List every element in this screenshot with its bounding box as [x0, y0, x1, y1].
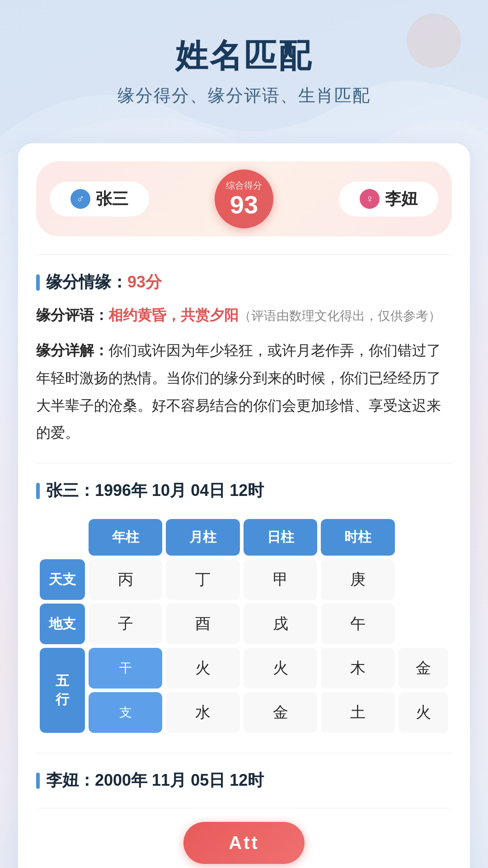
detail-text: 缘分详解：你们或许因为年少轻狂，或许月老作弄，你们错过了年轻时激扬的热情。当你们… — [36, 337, 452, 447]
person2-tag: ♀ 李妞 — [339, 182, 438, 217]
person2-name: 李妞 — [385, 188, 418, 210]
yuanfen-section: 缘分情缘：93分 缘分评语：相约黄昏，共赏夕阳（评语由数理文化得出，仅供参考） … — [36, 255, 452, 447]
dizhi-label: 地支 — [40, 604, 85, 644]
score-header: ♂ 张三 综合得分 93 ♀ 李妞 — [36, 161, 452, 236]
section-bar — [36, 274, 40, 291]
comment-row: 缘分评语：相约黄昏，共赏夕阳（评语由数理文化得出，仅供参考） — [36, 302, 452, 329]
score-label: 综合得分 — [226, 180, 262, 191]
dizhi-yue: 酉 — [166, 604, 239, 644]
bottom-section: Att — [36, 808, 452, 868]
score-circle: 综合得分 93 — [215, 170, 273, 228]
col-yuezhu: 月柱 — [166, 519, 239, 556]
dizhi-shi: 午 — [321, 604, 394, 644]
bazi-table: 年柱 月柱 日柱 时柱 天支 丙 丁 甲 庚 地支 子 酉 — [36, 515, 452, 736]
person1-name: 张三 — [96, 188, 128, 210]
person2-date-label: 李妞：2000年 11月 05日 12时 — [46, 769, 264, 792]
wuxing-inner-zhi: 支 — [89, 692, 162, 733]
yuanfen-title: 缘分情缘：93分 — [46, 271, 162, 293]
person2-section: 李妞：2000年 11月 05日 12时 — [36, 753, 452, 792]
wuxing-gan-nian: 火 — [166, 648, 239, 689]
wuxing-zhi-row: 支 水 金 土 火 — [40, 692, 448, 733]
col-nianzhu: 年柱 — [89, 519, 162, 556]
wuxing-gan-shi: 金 — [399, 648, 448, 689]
person1-tag: ♂ 张三 — [50, 182, 149, 217]
wuxing-zhi-yue: 金 — [244, 692, 317, 733]
person1-date-title: 张三：1996年 10月 04日 12时 — [36, 480, 452, 502]
wuxing-gan-yue: 火 — [244, 648, 317, 689]
section-bar-3 — [36, 773, 40, 789]
wuxing-gan-ri: 木 — [321, 648, 394, 689]
score-number: 93 — [230, 191, 258, 219]
dizhi-row: 地支 子 酉 戌 午 — [40, 604, 448, 644]
att-button[interactable]: Att — [183, 822, 305, 864]
tiangan-shi: 庚 — [321, 559, 394, 600]
col-shizhu: 时柱 — [321, 519, 394, 556]
wuxing-zhi-ri: 土 — [321, 692, 394, 733]
tiangan-label: 天支 — [40, 559, 85, 600]
tiangan-ri: 甲 — [244, 559, 317, 600]
wuxing-zhi-nian: 水 — [166, 692, 239, 733]
wuxing-zhi-shi: 火 — [399, 692, 448, 733]
tiangan-row: 天支 丙 丁 甲 庚 — [40, 559, 448, 600]
tiangan-yue: 丁 — [166, 559, 239, 600]
page-subtitle: 缘分得分、缘分评语、生肖匹配 — [0, 84, 488, 107]
yuanfen-title-row: 缘分情缘：93分 — [36, 271, 452, 293]
dizhi-ri: 戌 — [244, 604, 317, 644]
person2-date-title: 李妞：2000年 11月 05日 12时 — [36, 769, 452, 792]
person1-date-label: 张三：1996年 10月 04日 12时 — [46, 480, 264, 502]
page-header: 姓名匹配 缘分得分、缘分评语、生肖匹配 — [0, 0, 488, 116]
dizhi-nian: 子 — [89, 604, 162, 644]
wuxing-outer-label: 五行 — [40, 648, 85, 733]
wuxing-inner-gan: 干 — [89, 648, 162, 689]
main-card: ♂ 张三 综合得分 93 ♀ 李妞 缘分情缘：93分 缘分评语：相约黄昏，共赏夕… — [18, 143, 470, 868]
person1-section: 张三：1996年 10月 04日 12时 年柱 月柱 日柱 时柱 天支 丙 丁 … — [36, 463, 452, 736]
male-icon: ♂ — [70, 189, 90, 209]
col-rizhu: 日柱 — [244, 519, 317, 556]
tiangan-nian: 丙 — [89, 559, 162, 600]
female-icon: ♀ — [360, 189, 380, 209]
page-title: 姓名匹配 — [0, 36, 488, 75]
wuxing-gan-row: 五行 干 火 火 木 金 — [40, 648, 448, 689]
section-bar-2 — [36, 483, 40, 499]
